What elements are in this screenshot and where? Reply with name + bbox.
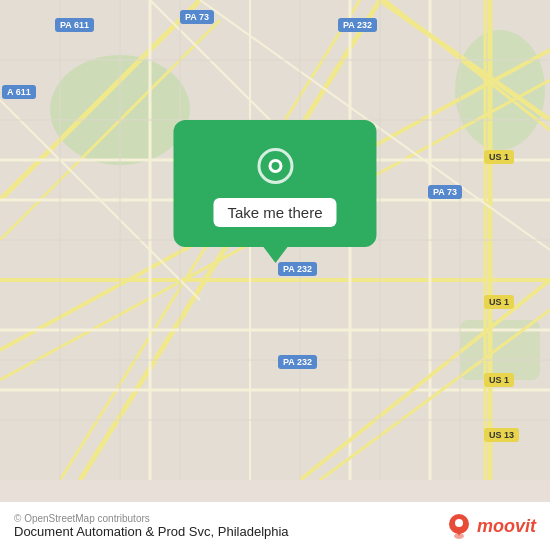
route-badge-us1-mid: US 1 [484, 295, 514, 309]
route-badge-us1-top: US 1 [484, 150, 514, 164]
moovit-text: moovit [477, 516, 536, 537]
route-badge-pa611: PA 611 [55, 18, 94, 32]
popup-tail [263, 247, 287, 263]
route-badge-us1-bot: US 1 [484, 373, 514, 387]
svg-point-42 [455, 519, 463, 527]
location-title: Document Automation & Prod Svc, Philadel… [14, 524, 289, 539]
location-popup[interactable]: Take me there [173, 120, 376, 263]
attribution-text: © OpenStreetMap contributors [14, 513, 289, 524]
route-badge-pa232-top: PA 232 [338, 18, 377, 32]
moovit-icon [445, 512, 473, 540]
route-badge-pa73-right: PA 73 [428, 185, 462, 199]
bottom-bar: © OpenStreetMap contributors Document Au… [0, 502, 550, 550]
location-pin-icon [257, 148, 293, 184]
bottom-bar-info: © OpenStreetMap contributors Document Au… [14, 513, 289, 539]
route-badge-pa73-top: PA 73 [180, 10, 214, 24]
moovit-logo[interactable]: moovit [445, 512, 536, 540]
popup-box[interactable]: Take me there [173, 120, 376, 247]
map-container: PA 611 PA 73 PA 232 PA 73 US 1 PA 232 US… [0, 0, 550, 550]
route-badge-us13: US 13 [484, 428, 519, 442]
route-badge-pa232-mid: PA 232 [278, 262, 317, 276]
route-badge-pa232-bot: PA 232 [278, 355, 317, 369]
route-badge-a611: A 611 [2, 85, 36, 99]
take-me-there-button[interactable]: Take me there [213, 198, 336, 227]
